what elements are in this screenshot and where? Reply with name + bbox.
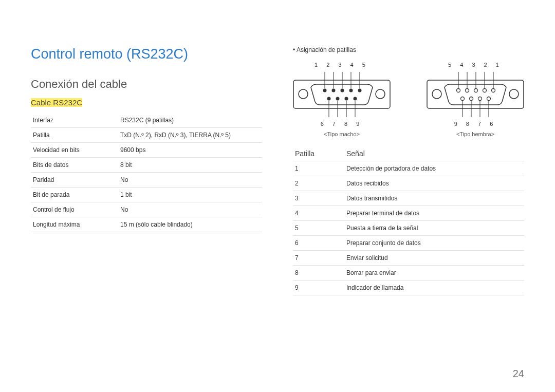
svg-point-24 <box>457 89 460 92</box>
bullet-pin-assignment: Asignación de patillas <box>293 46 524 53</box>
pin-numbers-bottom: 6 7 8 9 <box>293 121 391 127</box>
table-row: 8Borrar para enviar <box>293 266 524 281</box>
pin-numbers-top: 5 4 3 2 1 <box>427 62 524 68</box>
svg-point-23 <box>509 89 519 99</box>
svg-point-8 <box>327 97 331 101</box>
svg-point-25 <box>466 89 469 92</box>
svg-point-2 <box>376 89 385 99</box>
svg-point-10 <box>345 97 348 101</box>
svg-point-27 <box>483 89 487 92</box>
table-row: 9Indicador de llamada <box>293 281 524 295</box>
table-row: 1Detección de portadora de datos <box>293 161 524 176</box>
svg-point-9 <box>336 97 340 101</box>
table-row: PatillaTxD (N.º 2), RxD (N.º 3), TIERRA … <box>31 128 262 143</box>
svg-point-31 <box>478 97 482 101</box>
col-pin: Patilla <box>293 146 344 161</box>
table-row: Velocidad en bits9600 bps <box>31 143 262 158</box>
table-row: 2Datos recibidos <box>293 176 524 191</box>
svg-point-26 <box>474 89 478 92</box>
svg-point-1 <box>299 89 308 99</box>
table-row: Longitud máxima15 m (sólo cable blindado… <box>31 217 262 232</box>
table-row: 7Enviar solicitud <box>293 251 524 266</box>
connector-caption: <Tipo macho> <box>293 131 391 137</box>
table-row: 3Datos transmitidos <box>293 191 524 206</box>
table-row: 4Preparar terminal de datos <box>293 206 524 221</box>
svg-point-4 <box>332 89 336 92</box>
svg-point-22 <box>432 89 441 99</box>
table-row: InterfazRS232C (9 patillas) <box>31 113 262 128</box>
pin-numbers-bottom: 9 8 7 6 <box>427 121 524 127</box>
svg-point-6 <box>349 89 353 92</box>
table-row: 5Puesta a tierra de la señal <box>293 221 524 236</box>
connector-caption: <Tipo hembra> <box>427 131 524 137</box>
svg-point-5 <box>341 89 344 92</box>
connector-female: 5 4 3 2 1 9 8 7 6 <Tipo hembra> <box>427 62 524 137</box>
connector-male: 1 2 3 4 5 6 7 8 9 <Tipo macho> <box>293 62 391 137</box>
svg-point-29 <box>461 97 465 101</box>
section-heading: Conexión del cable <box>31 78 262 91</box>
signals-table: Patilla Señal 1Detección de portadora de… <box>293 146 524 295</box>
table-row: ParidadNo <box>31 173 262 188</box>
page-number: 24 <box>513 368 524 380</box>
svg-point-11 <box>354 97 357 101</box>
db9-male-icon <box>293 70 391 119</box>
db9-female-icon <box>427 70 524 119</box>
table-row: Control de flujoNo <box>31 202 262 217</box>
svg-point-30 <box>470 97 473 101</box>
pin-numbers-top: 1 2 3 4 5 <box>293 62 391 68</box>
table-row: Bit de parada1 bit <box>31 188 262 202</box>
svg-point-32 <box>487 97 491 101</box>
table-row: Bits de datos8 bit <box>31 158 262 173</box>
table-row: 6Preparar conjunto de datos <box>293 236 524 251</box>
svg-point-3 <box>323 89 327 92</box>
col-signal: Señal <box>344 146 524 161</box>
page-title: Control remoto (RS232C) <box>31 46 262 62</box>
sub-heading: Cable RS232C <box>31 98 262 107</box>
svg-point-28 <box>492 89 495 92</box>
spec-table: InterfazRS232C (9 patillas) PatillaTxD (… <box>31 113 262 232</box>
svg-point-7 <box>358 89 362 92</box>
